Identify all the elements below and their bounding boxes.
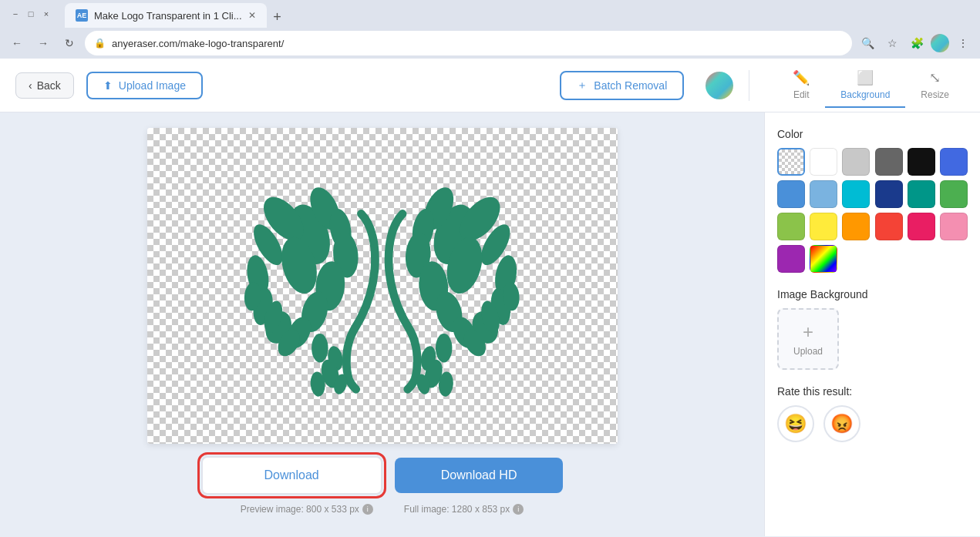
image-canvas [147, 128, 618, 444]
happy-emoji-button[interactable]: 😆 [777, 405, 814, 442]
download-area: Download Download HD Preview image: 800 … [15, 456, 749, 515]
full-info: Full image: 1280 x 853 px i [404, 504, 524, 515]
color-section: Color [777, 128, 968, 273]
close-button[interactable]: × [40, 8, 52, 20]
canvas-container [147, 128, 618, 444]
active-tab[interactable]: AE Make Logo Transparent in 1 Cli... ✕ [65, 3, 267, 28]
maximize-button[interactable]: □ [25, 8, 37, 20]
tool-group: ✏️ Edit ⬜ Background ⤡ Resize [777, 63, 965, 108]
edit-label: Edit [793, 89, 810, 100]
tab-bar: AE Make Logo Transparent in 1 Cli... ✕ + [59, 0, 295, 28]
color-swatch-navy[interactable] [875, 180, 903, 208]
color-swatch-yellow-green[interactable] [777, 213, 805, 240]
refresh-button[interactable]: ↻ [59, 32, 80, 54]
color-swatch-dark-gray[interactable] [875, 148, 903, 176]
preview-info-row: Preview image: 800 x 533 px i Full image… [241, 504, 524, 515]
color-swatch-blue-light[interactable] [810, 180, 837, 208]
color-swatch-blue-dark[interactable] [940, 148, 968, 176]
download-button[interactable]: Download [201, 456, 382, 495]
emoji-row: 😆 😡 [777, 405, 968, 442]
batch-removal-button[interactable]: ＋ Batch Removal [560, 71, 684, 100]
bookmark-button[interactable]: ☆ [881, 32, 903, 54]
preview-info-text: Preview image: 800 x 533 px [241, 504, 359, 515]
svg-point-13 [312, 334, 328, 363]
tab-close-button[interactable]: ✕ [248, 10, 256, 21]
rate-section: Rate this result: 😆 😡 [777, 385, 968, 442]
image-background-section: Image Background + Upload [777, 288, 968, 370]
upload-image-button[interactable]: ⬆ Upload Image [86, 72, 203, 99]
background-icon: ⬜ [857, 69, 874, 86]
extensions-button[interactable]: 🧩 [906, 32, 928, 54]
back-nav-button[interactable]: ← [6, 32, 28, 54]
sidebar: Color [764, 112, 980, 536]
full-info-text: Full image: 1280 x 853 px [404, 504, 510, 515]
app-toolbar: ‹ Back ⬆ Upload Image ＋ Batch Removal ✏️… [0, 59, 980, 112]
color-swatch-transparent[interactable] [777, 148, 805, 176]
color-swatch-blue-medium[interactable] [777, 180, 805, 208]
download-hd-button[interactable]: Download HD [395, 458, 564, 493]
back-button[interactable]: ‹ Back [15, 72, 74, 99]
plus-icon: ＋ [577, 79, 588, 92]
background-tool-button[interactable]: ⬜ Background [825, 63, 905, 108]
app-container: ‹ Back ⬆ Upload Image ＋ Batch Removal ✏️… [0, 59, 980, 536]
window-controls: − □ × [9, 8, 52, 20]
profile-avatar[interactable] [931, 34, 949, 52]
browser-window: − □ × AE Make Logo Transparent in 1 Cli.… [0, 0, 980, 59]
resize-label: Resize [921, 89, 949, 100]
color-swatch-pink[interactable] [940, 213, 968, 240]
color-swatch-green[interactable] [940, 180, 968, 208]
color-swatch-light-gray[interactable] [842, 148, 870, 176]
preview-info: Preview image: 800 x 533 px i [241, 504, 373, 515]
canvas-area: Download Download HD Preview image: 800 … [0, 112, 764, 536]
main-content: Download Download HD Preview image: 800 … [0, 112, 980, 536]
color-swatch-red[interactable] [875, 213, 903, 240]
minimize-button[interactable]: − [9, 8, 22, 20]
color-swatch-cyan[interactable] [842, 180, 870, 208]
color-swatch-teal[interactable] [908, 180, 935, 208]
upload-background-button[interactable]: + Upload [777, 308, 839, 370]
title-bar: − □ × AE Make Logo Transparent in 1 Cli.… [0, 0, 980, 28]
logo-image [182, 152, 582, 421]
color-swatch-orange[interactable] [842, 213, 870, 240]
upload-icon: ⬆ [103, 79, 113, 92]
back-label: Back [37, 79, 61, 92]
color-grid [777, 148, 968, 273]
info-icon-full: i [513, 504, 524, 515]
back-chevron-icon: ‹ [29, 79, 32, 92]
color-swatch-white[interactable] [810, 148, 837, 176]
address-bar[interactable]: 🔒 anyeraser.com/make-logo-transparent/ [85, 31, 852, 55]
upload-label: Upload Image [119, 79, 186, 92]
color-swatch-black[interactable] [908, 148, 935, 176]
background-label: Background [840, 89, 890, 100]
angry-emoji-button[interactable]: 😡 [823, 405, 860, 442]
toolbar-divider [749, 70, 749, 101]
menu-button[interactable]: ⋮ [952, 32, 974, 54]
browser-actions: 🔍 ☆ 🧩 ⋮ [857, 32, 974, 54]
download-row: Download Download HD [201, 456, 564, 495]
image-bg-label: Image Background [777, 288, 968, 300]
rate-label: Rate this result: [777, 385, 968, 398]
edit-tool-button[interactable]: ✏️ Edit [777, 63, 825, 108]
svg-point-34 [436, 334, 452, 363]
new-tab-button[interactable]: + [267, 6, 288, 28]
upload-bg-label: Upload [793, 346, 823, 357]
forward-nav-button[interactable]: → [32, 32, 54, 54]
address-bar-row: ← → ↻ 🔒 anyeraser.com/make-logo-transpar… [0, 28, 980, 59]
upload-plus-icon: + [803, 321, 813, 343]
resize-icon: ⤡ [929, 69, 941, 86]
color-section-label: Color [777, 128, 968, 140]
color-swatch-pink-red[interactable] [908, 213, 935, 240]
color-swatch-yellow[interactable] [810, 213, 837, 240]
tab-favicon: AE [76, 9, 88, 22]
tab-title: Make Logo Transparent in 1 Cli... [94, 10, 242, 22]
user-avatar[interactable] [706, 72, 733, 99]
color-swatch-rainbow[interactable] [810, 245, 837, 273]
color-swatch-purple[interactable] [777, 245, 805, 273]
edit-icon: ✏️ [793, 69, 810, 86]
info-icon-preview: i [362, 504, 373, 515]
batch-label: Batch Removal [594, 79, 667, 92]
lens-button[interactable]: 🔍 [857, 32, 878, 54]
url-text: anyeraser.com/make-logo-transparent/ [112, 38, 843, 49]
resize-tool-button[interactable]: ⤡ Resize [905, 63, 965, 108]
